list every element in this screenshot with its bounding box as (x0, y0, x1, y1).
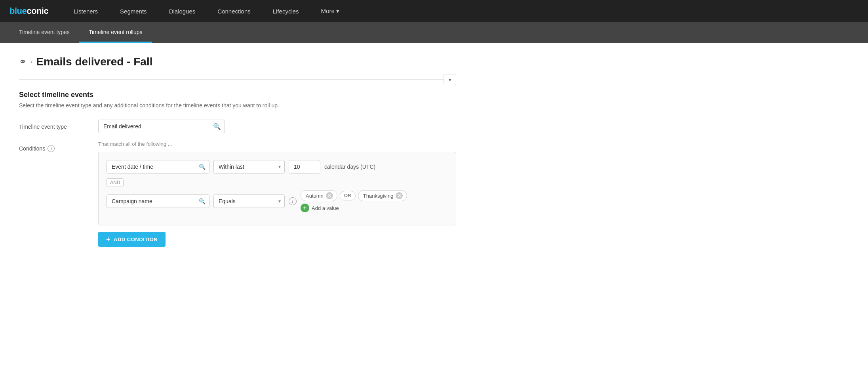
conditions-desc: That match all of the following ... (98, 141, 456, 147)
conditions-row: Conditions i That match all of the follo… (19, 141, 456, 247)
section-title: Select timeline events (19, 91, 456, 99)
conditions-info-icon[interactable]: i (48, 145, 55, 152)
conditions-container: 🔍 Within last ▾ calendar days (UTC) AND (98, 152, 456, 225)
event-type-search-icon[interactable]: 🔍 (213, 123, 221, 130)
nav-item-segments[interactable]: Segments (109, 0, 158, 22)
section-desc: Select the timeline event type and any a… (19, 102, 456, 109)
add-condition-label: ADD CONDITION (114, 236, 158, 242)
conditions-label-text: Conditions (19, 145, 45, 152)
logo[interactable]: blueconic (10, 6, 48, 16)
and-separator: AND (107, 178, 448, 187)
tag-autumn-label: Autumn (306, 193, 324, 199)
nav-item-more[interactable]: More ▾ (310, 0, 350, 22)
logo-white: conic (27, 6, 48, 16)
condition1-field-input[interactable] (107, 160, 209, 173)
condition2-operator-wrapper: Equals ▾ (213, 194, 285, 208)
top-navigation: blueconic Listeners Segments Dialogues C… (0, 0, 868, 22)
page-title: Emails delivered - Fall (36, 55, 152, 68)
condition1-field-wrapper: 🔍 (107, 160, 209, 173)
tag-thanksgiving: Thanksgiving ✕ (358, 190, 407, 201)
chevron-down-icon: ▾ (449, 77, 451, 83)
logo-blue: blue (10, 6, 27, 16)
conditions-content: That match all of the following ... 🔍 Wi… (98, 141, 456, 247)
condition1-unit: calendar days (UTC) (324, 164, 375, 170)
segments-icon: ⚭ (19, 57, 26, 67)
condition2-operator-select[interactable]: Equals (213, 194, 285, 208)
condition1-operator-select[interactable]: Within last (213, 160, 285, 173)
condition2-info-icon[interactable]: i (289, 197, 297, 205)
condition2-field-wrapper: 🔍 (107, 194, 209, 208)
condition1-number-input[interactable] (289, 160, 320, 173)
add-value-label: Add a value (312, 205, 339, 211)
conditions-label: Conditions i (19, 141, 98, 152)
add-condition-plus-icon: + (106, 236, 110, 243)
condition2-field-input[interactable] (107, 194, 209, 208)
and-badge: AND (107, 178, 124, 187)
condition-row-1: 🔍 Within last ▾ calendar days (UTC) (107, 160, 448, 173)
page-content: ⚭ › Emails delivered - Fall ▾ Select tim… (0, 43, 475, 267)
tag-autumn-remove[interactable]: ✕ (326, 192, 333, 199)
event-type-input-wrapper: 🔍 (98, 120, 225, 133)
add-condition-button[interactable]: + ADD CONDITION (98, 232, 166, 247)
or-badge: OR (340, 191, 356, 200)
add-value-button[interactable]: + Add a value (301, 204, 339, 212)
event-type-row: Timeline event type 🔍 (19, 120, 456, 133)
event-type-input[interactable] (98, 120, 225, 133)
breadcrumb-row: ⚭ › Emails delivered - Fall (19, 55, 456, 68)
sub-navigation: Timeline event types Timeline event roll… (0, 22, 868, 43)
condition-row-2: 🔍 Equals ▾ i Autumn ✕ O (107, 190, 448, 212)
sub-nav-event-rollups[interactable]: Timeline event rollups (79, 22, 152, 43)
event-type-label: Timeline event type (19, 120, 98, 130)
tag-thanksgiving-remove[interactable]: ✕ (396, 192, 403, 199)
breadcrumb-chevron: › (30, 58, 32, 65)
sub-nav-event-types[interactable]: Timeline event types (10, 22, 79, 43)
tag-autumn: Autumn ✕ (301, 190, 337, 201)
section-divider: ▾ (19, 79, 456, 80)
nav-item-lifecycles[interactable]: Lifecycles (262, 0, 310, 22)
nav-item-connections[interactable]: Connections (206, 0, 261, 22)
add-value-plus-icon: + (301, 204, 309, 212)
condition1-operator-wrapper: Within last ▾ (213, 160, 285, 173)
tag-thanksgiving-label: Thanksgiving (363, 193, 394, 199)
values-group: Autumn ✕ OR Thanksgiving ✕ + Add a value (301, 190, 448, 212)
event-type-content: 🔍 (98, 120, 456, 133)
nav-items: Listeners Segments Dialogues Connections… (63, 0, 350, 22)
nav-item-dialogues[interactable]: Dialogues (158, 0, 207, 22)
nav-item-listeners[interactable]: Listeners (63, 0, 109, 22)
collapse-toggle[interactable]: ▾ (444, 74, 456, 85)
